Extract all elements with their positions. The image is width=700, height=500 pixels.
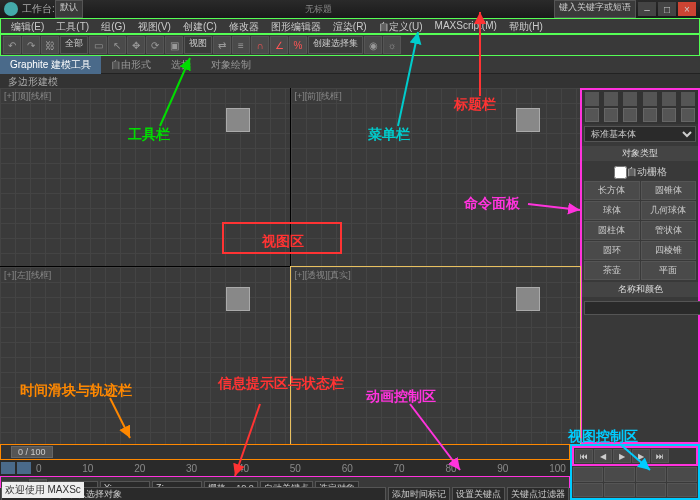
pyramid-button[interactable]: 四棱锥 <box>641 241 697 260</box>
primitive-type-dropdown[interactable]: 标准基本体 <box>584 126 696 142</box>
link-icon[interactable]: ⛓ <box>41 36 59 54</box>
workspace-label: 工作台: <box>22 2 55 16</box>
material-icon[interactable]: ◉ <box>364 36 382 54</box>
tab-graphite[interactable]: Graphite 建模工具 <box>0 56 101 74</box>
angle-snap-icon[interactable]: ∠ <box>270 36 288 54</box>
helpers-cat-icon[interactable] <box>662 108 676 122</box>
teapot-button[interactable]: 茶壶 <box>584 261 640 280</box>
menu-view[interactable]: 视图(V) <box>132 19 177 33</box>
fov-icon[interactable] <box>667 483 697 498</box>
ref-coord-dropdown[interactable]: 视图 <box>184 36 212 54</box>
menu-create[interactable]: 创建(C) <box>177 19 223 33</box>
highlight-viewport <box>222 222 342 254</box>
modify-tab-icon[interactable] <box>604 92 618 106</box>
rollout-namecolor[interactable]: 名称和颜色 <box>582 282 698 297</box>
scale-icon[interactable]: ▣ <box>165 36 183 54</box>
prev-frame-icon[interactable]: ◀ <box>594 449 612 463</box>
menu-tools[interactable]: 工具(T) <box>50 19 95 33</box>
menu-maxscript[interactable]: MAXScript(M) <box>429 19 503 33</box>
display-tab-icon[interactable] <box>662 92 676 106</box>
trackbar-icon[interactable] <box>17 462 31 474</box>
move-icon[interactable]: ✥ <box>127 36 145 54</box>
workspace-dropdown[interactable]: 默认 <box>55 0 83 18</box>
rotate-icon[interactable]: ⟳ <box>146 36 164 54</box>
hierarchy-tab-icon[interactable] <box>623 92 637 106</box>
maximize-button[interactable]: □ <box>658 2 676 16</box>
geosphere-button[interactable]: 几何球体 <box>641 201 697 220</box>
object-name-input[interactable] <box>584 301 700 315</box>
tab-freeform[interactable]: 自由形式 <box>101 56 161 74</box>
addtime-button[interactable]: 添加时间标记 <box>388 487 450 500</box>
goto-end-icon[interactable]: ⏭ <box>651 449 669 463</box>
percent-snap-icon[interactable]: % <box>289 36 307 54</box>
lights-cat-icon[interactable] <box>623 108 637 122</box>
menu-render[interactable]: 渲染(R) <box>327 19 373 33</box>
title-bar: 工作台: 默认 无标题 键入关键字或短语 – □ × <box>0 0 700 18</box>
autogrid-checkbox[interactable] <box>614 166 627 179</box>
cursor-icon[interactable]: ↖ <box>108 36 126 54</box>
pan-icon[interactable] <box>573 483 603 498</box>
viewport-left[interactable]: [+][左][线框] <box>0 267 290 445</box>
minimize-button[interactable]: – <box>638 2 656 16</box>
snap-icon[interactable]: ∩ <box>251 36 269 54</box>
cameras-cat-icon[interactable] <box>643 108 657 122</box>
play-icon[interactable]: ▶ <box>613 449 631 463</box>
document-title: 无标题 <box>83 3 554 16</box>
menu-group[interactable]: 组(G) <box>95 19 131 33</box>
undo-icon[interactable]: ↶ <box>3 36 21 54</box>
menu-edit[interactable]: 编辑(E) <box>5 19 50 33</box>
tube-button[interactable]: 管状体 <box>641 221 697 240</box>
time-knob[interactable]: 0 / 100 <box>11 446 53 458</box>
setkey-button[interactable]: 设置关键点 <box>452 487 505 500</box>
menu-modifier[interactable]: 修改器 <box>223 19 265 33</box>
geometry-cat-icon[interactable] <box>585 108 599 122</box>
render-icon[interactable]: ☼ <box>383 36 401 54</box>
close-button[interactable]: × <box>678 2 696 16</box>
menu-grapheditor[interactable]: 图形编辑器 <box>265 19 327 33</box>
align-icon[interactable]: ≡ <box>232 36 250 54</box>
viewcube-icon[interactable] <box>516 287 540 311</box>
viewcube-icon[interactable] <box>516 108 540 132</box>
utility-tab-icon[interactable] <box>681 92 695 106</box>
ribbon-bar: Graphite 建模工具 自由形式 选择 对象绘制 <box>0 56 700 74</box>
menu-bar: 编辑(E) 工具(T) 组(G) 视图(V) 创建(C) 修改器 图形编辑器 渲… <box>0 18 700 34</box>
goto-start-icon[interactable]: ⏮ <box>575 449 593 463</box>
tab-objpaint[interactable]: 对象绘制 <box>201 56 261 74</box>
zoom-icon[interactable] <box>573 467 603 482</box>
next-frame-icon[interactable]: ▶ <box>632 449 650 463</box>
maximize-vp-icon[interactable] <box>636 483 666 498</box>
zoom-region-icon[interactable] <box>667 467 697 482</box>
zoom-extents-icon[interactable] <box>636 467 666 482</box>
cone-button[interactable]: 圆锥体 <box>641 181 697 200</box>
zoom-all-icon[interactable] <box>604 467 634 482</box>
plane-button[interactable]: 平面 <box>641 261 697 280</box>
viewport-perspective[interactable]: [+][透视][真实] <box>291 267 581 445</box>
menu-customize[interactable]: 自定义(U) <box>373 19 429 33</box>
ribbon-subpanel[interactable]: 多边形建模 <box>0 74 700 88</box>
torus-button[interactable]: 圆环 <box>584 241 640 260</box>
space-cat-icon[interactable] <box>681 108 695 122</box>
viewcube-icon[interactable] <box>226 287 250 311</box>
create-tab-icon[interactable] <box>585 92 599 106</box>
viewcube-icon[interactable] <box>226 108 250 132</box>
time-slider[interactable]: 0 / 100 <box>0 444 570 460</box>
search-hint[interactable]: 键入关键字或短语 <box>554 0 636 18</box>
tab-select[interactable]: 选择 <box>161 56 201 74</box>
sphere-button[interactable]: 球体 <box>584 201 640 220</box>
motion-tab-icon[interactable] <box>643 92 657 106</box>
keyfilter-button[interactable]: 关键点过滤器 <box>507 487 569 500</box>
redo-icon[interactable]: ↷ <box>22 36 40 54</box>
cylinder-button[interactable]: 圆柱体 <box>584 221 640 240</box>
named-sel-dropdown[interactable]: 创建选择集 <box>308 36 363 54</box>
rollout-objtype[interactable]: 对象类型 <box>582 146 698 161</box>
trackbar-icon[interactable] <box>1 462 15 474</box>
select-icon[interactable]: ▭ <box>89 36 107 54</box>
orbit-icon[interactable] <box>604 483 634 498</box>
selection-filter[interactable]: 全部 <box>60 36 88 54</box>
app-logo-icon <box>4 2 18 16</box>
box-button[interactable]: 长方体 <box>584 181 640 200</box>
track-bar[interactable]: 0102030405060708090100 <box>0 460 570 476</box>
menu-help[interactable]: 帮助(H) <box>503 19 549 33</box>
mirror-icon[interactable]: ⇄ <box>213 36 231 54</box>
shapes-cat-icon[interactable] <box>604 108 618 122</box>
